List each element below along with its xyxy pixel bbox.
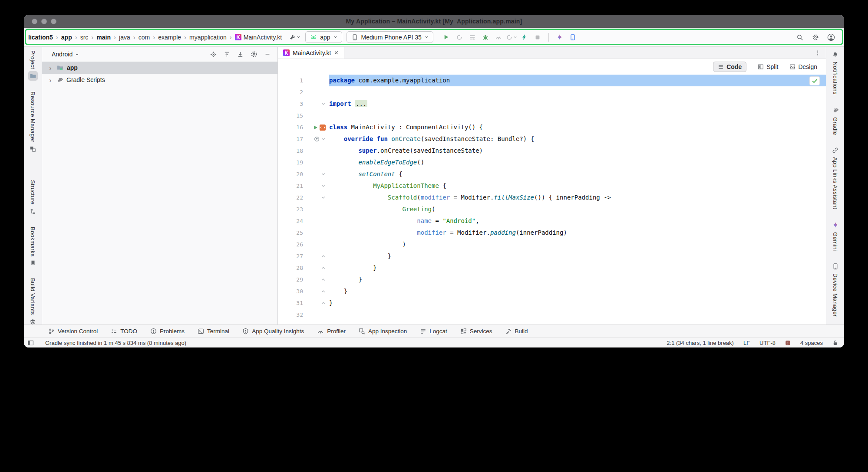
tool-window-button-build-variants[interactable]: Build Variants — [28, 278, 37, 324]
hide-panel-icon[interactable] — [264, 51, 271, 57]
tool-window-button-app-quality-insights[interactable]: App Quality Insights — [242, 328, 304, 334]
apply-code-changes-button[interactable] — [518, 31, 531, 43]
tree-item-gradle-scripts[interactable]: ›Gradle Scripts — [42, 74, 277, 86]
code-line[interactable]: 30 } — [278, 285, 826, 297]
stop-button[interactable] — [531, 31, 544, 43]
run-gutter-icon[interactable] — [313, 125, 318, 130]
code-line[interactable]: 3import ... — [278, 98, 826, 110]
tool-window-button-gradle[interactable]: Gradle — [831, 105, 840, 135]
tool-window-button-device-manager[interactable]: Device Manager — [831, 262, 840, 317]
breadcrumb-item-app[interactable]: app — [61, 34, 72, 41]
code-line[interactable]: 18 super.onCreate(savedInstanceState) — [278, 145, 826, 157]
lock-icon[interactable] — [832, 340, 838, 346]
code-line[interactable]: 1package com.example.myapplication — [278, 75, 826, 86]
tool-window-button-services[interactable]: Services — [460, 328, 492, 334]
breadcrumb-item-example[interactable]: example — [158, 34, 181, 41]
attach-profiler-button[interactable] — [505, 31, 518, 43]
code-line[interactable]: 19 enableEdgeToEdge() — [278, 157, 826, 168]
view-mode-design[interactable]: Design — [789, 63, 817, 70]
run-config-selector[interactable]: app — [305, 31, 342, 43]
tool-window-button-profiler[interactable]: Profiler — [317, 328, 346, 335]
profile-button[interactable] — [825, 31, 837, 43]
caret-position[interactable]: 2:1 (34 chars, 1 line break) — [667, 340, 734, 346]
code-line[interactable]: 20 setContent { — [278, 168, 826, 180]
tool-window-button-structure[interactable]: Structure — [28, 180, 37, 216]
collapse-all-icon[interactable] — [224, 51, 230, 58]
code-line[interactable]: 26 ) — [278, 239, 826, 250]
code-line[interactable]: 27 } — [278, 250, 826, 262]
indent-setting[interactable]: 4 spaces — [800, 340, 823, 346]
file-encoding[interactable]: UTF-8 — [759, 340, 776, 346]
breadcrumb-item-lication5[interactable]: lication5 — [28, 34, 53, 41]
locate-file-icon[interactable] — [210, 51, 217, 58]
close-window-button[interactable] — [32, 19, 37, 24]
breadcrumb-item-src[interactable]: src — [80, 34, 89, 41]
chevron-right-icon[interactable]: › — [47, 76, 53, 84]
settings-button[interactable] — [809, 31, 822, 43]
code-line[interactable]: 16class MainActivity : ComponentActivity… — [278, 121, 826, 133]
code-line[interactable]: 24 name = "Android", — [278, 215, 826, 227]
inspection-status[interactable] — [809, 76, 820, 85]
tool-window-button-terminal[interactable]: Terminal — [198, 328, 229, 334]
status-message[interactable]: Gradle sync finished in 1 m 45 s 834 ms … — [45, 340, 186, 346]
code-line[interactable]: 2 — [278, 86, 826, 98]
tree-item-app[interactable]: ›app — [42, 62, 277, 74]
code-editor[interactable]: 1package com.example.myapplication23impo… — [278, 75, 826, 324]
code-line[interactable]: 17 override fun onCreate(savedInstanceSt… — [278, 133, 826, 145]
view-mode-code[interactable]: Code — [713, 62, 746, 72]
run-button[interactable] — [440, 31, 452, 43]
avatar-icon — [827, 33, 835, 41]
debug-button[interactable] — [479, 31, 492, 43]
line-separator[interactable]: LF — [743, 340, 750, 346]
tool-window-button-bookmarks[interactable]: Bookmarks — [29, 227, 37, 268]
code-line[interactable]: 22 Scaffold(modifier = Modifier.fillMaxS… — [278, 192, 826, 203]
code-line[interactable]: 25 modifier = Modifier.padding(innerPadd… — [278, 227, 826, 239]
zoom-window-button[interactable] — [51, 19, 56, 24]
view-mode-split[interactable]: Split — [758, 63, 778, 70]
tab-mainactivity[interactable]: MainActivity.kt — [278, 47, 344, 59]
breadcrumb-item-main[interactable]: main — [96, 34, 111, 41]
code-line[interactable]: 32 — [278, 309, 826, 321]
breadcrumb-item-myapplication[interactable]: myapplication — [189, 34, 227, 41]
breadcrumb-item-mainactivity.kt[interactable]: MainActivity.kt — [235, 34, 282, 41]
running-devices-button[interactable] — [567, 31, 579, 43]
run-options-button[interactable] — [466, 31, 479, 43]
code-line[interactable]: 31} — [278, 297, 826, 309]
close-tab-icon[interactable] — [334, 50, 339, 55]
tool-window-button-todo[interactable]: TODO — [111, 328, 137, 334]
code-line[interactable]: 15 — [278, 110, 826, 121]
tool-window-button-version-control[interactable]: Version Control — [48, 328, 98, 334]
project-view-mode[interactable]: Android — [52, 51, 73, 58]
build-tool-button[interactable] — [289, 31, 301, 43]
expand-all-icon[interactable] — [237, 51, 244, 58]
code-line[interactable]: 29 } — [278, 274, 826, 285]
tool-window-button-problems[interactable]: Problems — [150, 328, 185, 334]
code-line[interactable]: 23 Greeting( — [278, 203, 826, 215]
tool-window-toggle-icon[interactable] — [27, 340, 34, 346]
tool-window-button-resource-manager[interactable]: Resource Manager — [28, 92, 37, 154]
breadcrumb-item-com[interactable]: com — [139, 34, 150, 41]
tool-window-button-app-links-assistant[interactable]: App Links Assistant — [831, 146, 840, 209]
device-selector[interactable]: Medium Phone API 35 — [347, 31, 433, 43]
tool-window-button-gemini[interactable]: Gemini — [831, 220, 840, 251]
apply-changes-button[interactable] — [453, 31, 465, 43]
breadcrumb-item-java[interactable]: java — [119, 34, 130, 41]
minimize-window-button[interactable] — [41, 19, 47, 24]
tab-label: MainActivity.kt — [293, 49, 331, 56]
tool-window-button-app-inspection[interactable]: App Inspection — [359, 328, 407, 334]
search-everywhere-button[interactable] — [794, 31, 806, 43]
tool-window-button-logcat[interactable]: Logcat — [420, 328, 447, 334]
more-options-icon[interactable] — [815, 50, 821, 56]
profiler-button[interactable] — [492, 31, 505, 43]
tool-window-button-notifications[interactable]: Notifications — [831, 50, 840, 95]
device-label: Medium Phone API 35 — [361, 34, 422, 41]
breadcrumb-separator: › — [133, 33, 135, 41]
tool-window-button-build[interactable]: Build — [505, 328, 528, 334]
code-line[interactable]: 28 } — [278, 262, 826, 274]
code-line[interactable]: 21 MyApplicationTheme { — [278, 180, 826, 192]
gemini-button[interactable] — [554, 31, 566, 43]
gear-icon[interactable] — [251, 51, 257, 58]
tool-window-button-project[interactable]: Project — [28, 50, 38, 81]
inspection-widget-icon[interactable] — [785, 340, 791, 346]
chevron-right-icon[interactable]: › — [47, 64, 53, 72]
